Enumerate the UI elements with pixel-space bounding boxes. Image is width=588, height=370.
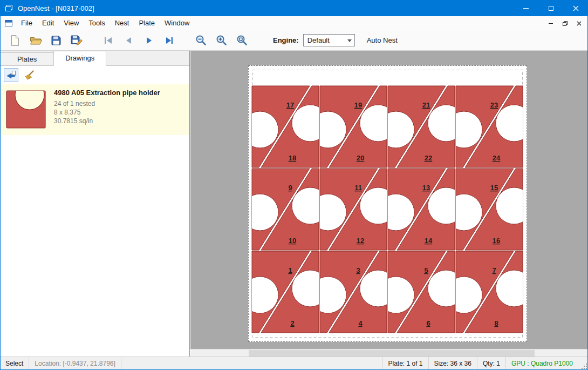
move-back-button[interactable]: [4, 68, 18, 82]
part-number: 19: [354, 101, 362, 109]
menu-tools[interactable]: Tools: [84, 16, 110, 30]
open-folder-icon: [30, 36, 42, 45]
nest-canvas[interactable]: 171819202122232491011121314151612345678: [190, 51, 588, 349]
app-icon: [5, 4, 13, 12]
panel-tabstrip: Plates Drawings: [0, 51, 189, 66]
part-number: 4: [358, 319, 363, 327]
engine-select[interactable]: Default: [303, 34, 355, 46]
drawing-area: 30.7815 sq/in: [54, 117, 160, 125]
side-panel: Plates Drawings 4980 A05 Extr: [0, 51, 190, 356]
scrollbar-thumb[interactable]: [249, 350, 535, 356]
part-pair[interactable]: 1920: [310, 86, 396, 167]
title-bar: OpenNest - [N0317-002]: [0, 0, 588, 16]
new-button[interactable]: [6, 32, 24, 49]
zoom-extents-button[interactable]: [233, 32, 250, 49]
engine-label: Engine:: [273, 36, 299, 44]
part-number: 12: [357, 237, 364, 245]
previous-plate-button[interactable]: [120, 32, 137, 49]
part-pair[interactable]: 56: [378, 251, 464, 333]
part-number: 2: [290, 319, 294, 327]
next-arrow-icon: [144, 36, 154, 45]
chevron-down-icon: [347, 39, 352, 42]
part-number: 22: [425, 154, 432, 162]
save-button[interactable]: [47, 32, 65, 49]
tab-drawings[interactable]: Drawings: [53, 51, 106, 66]
drawing-list-item[interactable]: 4980 A05 Extraction pipe holder 24 of 1 …: [0, 84, 189, 135]
nest-drawing[interactable]: 171819202122232491011121314151612345678: [249, 66, 527, 341]
part-pair[interactable]: 1112: [310, 169, 396, 250]
zoom-in-icon: [216, 35, 227, 46]
first-plate-button[interactable]: [99, 32, 117, 49]
part-number: 10: [289, 237, 296, 245]
part-number: 5: [424, 266, 428, 274]
menu-edit[interactable]: Edit: [37, 16, 59, 30]
mdi-child-icon: [4, 19, 13, 28]
part-pair[interactable]: 12: [249, 251, 329, 333]
plate[interactable]: 171819202122232491011121314151612345678: [248, 65, 527, 342]
part-number: 7: [492, 266, 496, 274]
close-button[interactable]: [563, 0, 588, 16]
menu-window[interactable]: Window: [160, 16, 194, 30]
menu-view[interactable]: View: [59, 16, 84, 30]
part-number: 6: [426, 319, 430, 327]
status-gpu: GPU : Quadro P1000: [505, 357, 578, 370]
part-pair[interactable]: 1516: [446, 169, 527, 250]
new-file-icon: [10, 35, 20, 46]
mdi-restore-icon: [563, 21, 568, 26]
part-pair[interactable]: 1314: [378, 169, 464, 250]
maximize-icon: [549, 6, 553, 11]
drawing-thumbnail: [4, 87, 47, 130]
drawings-toolbar: [0, 66, 189, 84]
window-title: OpenNest - [N0317-002]: [18, 4, 94, 12]
engine-selected-value: Default: [307, 36, 330, 44]
minimize-button[interactable]: [514, 0, 538, 16]
maximize-button[interactable]: [538, 0, 563, 16]
part-pair[interactable]: 2324: [446, 86, 527, 167]
menu-file[interactable]: File: [16, 16, 37, 30]
part-pair[interactable]: 2122: [378, 86, 464, 167]
drawing-size: 8 x 8.375: [54, 108, 160, 117]
part-number: 23: [490, 101, 498, 109]
part-number: 13: [422, 184, 430, 192]
part-pair[interactable]: 1718: [249, 86, 329, 167]
part-number: 16: [493, 237, 500, 245]
menu-nest[interactable]: Nest: [110, 16, 134, 30]
zoom-out-button[interactable]: [192, 32, 209, 49]
last-plate-button[interactable]: [161, 32, 178, 49]
part-number: 8: [494, 319, 498, 327]
mdi-minimize-icon: [549, 23, 553, 24]
part-pair[interactable]: 34: [310, 251, 396, 333]
zoom-out-icon: [195, 35, 207, 46]
part-number: 15: [490, 184, 498, 192]
part-pair[interactable]: 910: [249, 169, 329, 250]
save-edit-button[interactable]: [68, 32, 85, 49]
main-toolbar: Engine: Default Auto Nest: [0, 30, 588, 51]
next-plate-button[interactable]: [140, 32, 158, 49]
open-button[interactable]: [27, 32, 44, 49]
tab-plates[interactable]: Plates: [0, 52, 54, 65]
menu-bar: File Edit View Tools Nest Plate Window: [0, 16, 588, 30]
mdi-minimize-button[interactable]: [545, 18, 557, 29]
part-number: 11: [354, 184, 362, 192]
menu-plate[interactable]: Plate: [134, 16, 160, 30]
back-arrow-icon: [6, 70, 16, 80]
close-icon: [573, 5, 579, 11]
part-number: 24: [493, 154, 501, 162]
zoom-in-button[interactable]: [213, 32, 230, 49]
status-location: Location: [-0.9437, 21.8796]: [29, 357, 121, 370]
status-plate: Plate: 1 of 1: [382, 357, 428, 370]
resize-grip[interactable]: [578, 357, 588, 370]
auto-nest-button[interactable]: Auto Nest: [364, 36, 401, 44]
part-number: 9: [288, 184, 292, 192]
part-pair[interactable]: 78: [446, 251, 527, 333]
clear-nest-button[interactable]: [22, 68, 37, 82]
previous-arrow-icon: [124, 36, 134, 45]
horizontal-scrollbar[interactable]: [190, 349, 588, 356]
mdi-restore-button[interactable]: [559, 18, 571, 29]
save-icon: [51, 35, 61, 46]
status-mode: Select: [0, 357, 29, 370]
mdi-close-button[interactable]: [573, 18, 585, 29]
zoom-extents-icon: [236, 35, 248, 46]
status-qty: Qty: 1: [477, 357, 505, 370]
drawing-nested-count: 24 of 1 nested: [54, 99, 160, 108]
